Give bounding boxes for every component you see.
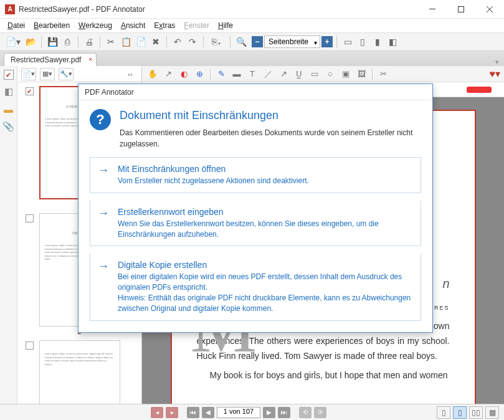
tab-close-icon[interactable]: ×: [88, 55, 92, 63]
option-digital-copy[interactable]: → Digitale Kopie erstellen Bei einer dig…: [90, 254, 421, 320]
zoom-in-button[interactable]: +: [321, 36, 333, 47]
thumbnail-3[interactable]: Lorem ipsum dolor sit amet consectetur a…: [39, 340, 120, 404]
thumb-view-button[interactable]: ▦▾: [40, 68, 55, 80]
thumb-collapse-button[interactable]: ‹‹: [123, 68, 138, 80]
rect-tool-button[interactable]: ▭: [308, 67, 321, 81]
window-title: RestrictedSawyer.pdf - PDF Annotator: [19, 5, 418, 14]
thumb-settings-button[interactable]: 🔧▾: [59, 68, 74, 80]
menu-extras[interactable]: Extras: [150, 20, 179, 31]
nav-back[interactable]: ⟲: [299, 407, 311, 418]
zoom-select[interactable]: Seitenbreite: [264, 36, 320, 48]
print-button[interactable]: 🖨: [82, 35, 96, 49]
nav-prev-annotation[interactable]: ◂: [151, 407, 163, 418]
layout-single-button[interactable]: ▭: [341, 35, 354, 49]
layout-continuous-button[interactable]: ▯: [356, 35, 369, 49]
option-3-desc: Bei einer digitalen Kopie wird ein neues…: [118, 272, 413, 313]
option-enter-password[interactable]: → Erstellerkennwort eingeben Wenn Sie da…: [90, 201, 421, 247]
nav-first-page[interactable]: ⏮: [187, 407, 199, 418]
minimize-button[interactable]: [418, 0, 447, 19]
option-3-title: Digitale Kopie erstellen: [118, 260, 413, 270]
arrow-icon: →: [98, 164, 109, 177]
eraser-tool-button[interactable]: ◐: [177, 67, 191, 81]
view-continuous-button[interactable]: ▯: [453, 406, 467, 419]
pan-tool-button[interactable]: ✋: [146, 67, 159, 81]
svg-rect-0: [429, 9, 435, 9]
attachments-icon[interactable]: 📎: [3, 121, 14, 132]
dialog-heading: Dokument mit Einschränkungen: [120, 109, 421, 122]
line-tool-button[interactable]: ／: [261, 67, 275, 81]
menu-file[interactable]: Datei: [4, 20, 29, 31]
close-icon: [487, 6, 493, 12]
brush-preview: [467, 87, 492, 93]
view-single-button[interactable]: ▯: [437, 406, 450, 419]
zoom-out-button[interactable]: −: [252, 36, 263, 47]
nav-bar: ◂ ▸ ⏮ ◀ 1 von 107 ▶ ⏭ ⟲ ⟳ ▯ ▯ ▯▯ ▦: [0, 404, 504, 420]
option-2-desc: Wenn Sie das Erstellerkennwort besitzen,…: [118, 219, 413, 240]
undo-button[interactable]: ↶: [171, 35, 184, 49]
nav-next-page[interactable]: ▶: [263, 407, 275, 418]
menu-window[interactable]: Fenster: [180, 20, 213, 31]
favorites-button[interactable]: ♥▾: [490, 68, 501, 80]
nav-last-page[interactable]: ⏭: [278, 407, 290, 418]
view-facing-cont-button[interactable]: ▦: [485, 406, 499, 419]
document-tab[interactable]: RestrictedSawyer.pdf ×: [4, 53, 97, 66]
layout-facing-button[interactable]: ▮: [371, 35, 384, 49]
thumbnails-toolbar: 📄▾ ▦▾ 🔧▾ ‹‹: [17, 66, 141, 82]
paste-button[interactable]: 📄: [134, 35, 148, 49]
notes-icon[interactable]: ▬: [3, 103, 14, 115]
menu-help[interactable]: Hilfe: [214, 20, 237, 31]
page-input[interactable]: 1 von 107: [217, 407, 260, 418]
search-button[interactable]: 🔍: [234, 35, 248, 49]
highlight-tool-button[interactable]: ▬: [230, 67, 244, 81]
maximize-icon: [458, 6, 464, 12]
view-facing-button[interactable]: ▯▯: [469, 406, 483, 419]
main-toolbar: 📄▾ 📂 💾 ⎙ 🖨 ✂ 📋 📄 ✖ ↶ ↷ ⎘▾ 🔍 − Seitenbrei…: [0, 32, 504, 51]
close-button[interactable]: [475, 0, 504, 19]
question-icon: ?: [90, 109, 111, 130]
thumb-2-checkbox[interactable]: [26, 214, 34, 222]
new-doc-button[interactable]: 📄▾: [4, 35, 22, 49]
underline-button[interactable]: U̲: [292, 67, 306, 81]
snapshot-button[interactable]: ✂: [376, 67, 390, 81]
redo-button[interactable]: ↷: [186, 35, 199, 49]
nav-forward[interactable]: ⟳: [314, 407, 326, 418]
edit-toolbar: ✋ ↗ ◐ ⊕ ✎ ▬ T ／ ↗ U̲ ▭ ○ ▣ 🖼 ✂ ♥▾: [142, 66, 504, 82]
thumb-3-checkbox[interactable]: [26, 341, 34, 350]
thumb-1-checkbox[interactable]: ✔: [26, 87, 34, 95]
nav-next-annotation[interactable]: ▸: [166, 407, 178, 418]
arrow-shape-button[interactable]: ↗: [277, 67, 290, 81]
image-tool-button[interactable]: 🖼: [354, 67, 368, 81]
ellipse-tool-button[interactable]: ○: [323, 67, 337, 81]
thumb-add-button[interactable]: 📄▾: [21, 68, 36, 80]
save-as-button[interactable]: ⎙: [60, 35, 74, 49]
app-icon: A: [5, 4, 15, 14]
menu-tool[interactable]: Werkzeug: [75, 20, 116, 31]
menu-view[interactable]: Ansicht: [117, 20, 149, 31]
delete-button[interactable]: ✖: [149, 35, 163, 49]
save-button[interactable]: 💾: [45, 35, 59, 49]
maximize-button[interactable]: [447, 0, 475, 19]
minimize-icon: [429, 9, 435, 9]
copy-button[interactable]: 📋: [119, 35, 133, 49]
target-tool-button[interactable]: ⊕: [193, 67, 206, 81]
selection-toggle[interactable]: ✔: [4, 70, 14, 80]
pen-tool-button[interactable]: ✎: [214, 67, 228, 81]
tab-overflow[interactable]: ▾: [495, 58, 499, 66]
option-open-restricted[interactable]: → Mit Einschränkungen öffnen Vom Erstell…: [90, 157, 421, 193]
open-button[interactable]: 📂: [24, 35, 37, 49]
option-2-title: Erstellerkennwort eingeben: [118, 207, 413, 217]
bookmarks-icon[interactable]: ◧: [3, 86, 14, 97]
text-tool-button[interactable]: T: [245, 67, 259, 81]
cut-button[interactable]: ✂: [104, 35, 118, 49]
menu-edit[interactable]: Bearbeiten: [30, 20, 74, 31]
arrow-icon: →: [98, 260, 109, 273]
nav-prev-page[interactable]: ◀: [202, 407, 214, 418]
tab-row: RestrictedSawyer.pdf × ▾: [0, 51, 504, 66]
fullscreen-button[interactable]: ◧: [386, 35, 399, 49]
arrow-icon: →: [98, 207, 109, 220]
stamp-tool-button[interactable]: ▣: [339, 67, 353, 81]
option-1-title: Mit Einschränkungen öffnen: [118, 164, 413, 174]
arrow-tool-button[interactable]: ↗: [161, 67, 175, 81]
restrictions-dialog: PDF Annotator ? Dokument mit Einschränku…: [78, 84, 433, 333]
page-ops-button[interactable]: ⎘▾: [207, 35, 226, 49]
